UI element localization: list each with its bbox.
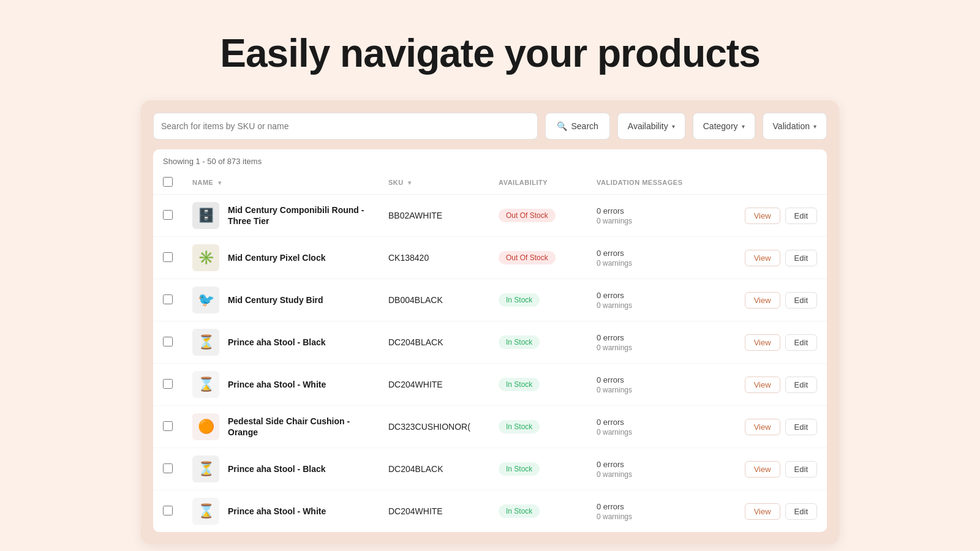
col-actions: [709, 171, 827, 195]
row-checkbox-cell: [153, 448, 183, 490]
product-thumbnail: ✳️: [192, 244, 219, 271]
availability-cell: In Stock: [489, 406, 587, 448]
row-checkbox-cell: [153, 364, 183, 406]
chevron-down-icon: ▾: [742, 123, 745, 130]
edit-button[interactable]: Edit: [785, 208, 817, 224]
errors-count: 0 errors: [597, 333, 699, 342]
product-name-text: Pedestal Side Chair Cushion - Orange: [228, 416, 369, 438]
edit-button[interactable]: Edit: [785, 250, 817, 266]
table-row: ✳️ Mid Century Pixel Clock CK138420 Out …: [153, 237, 827, 279]
product-name-cell: 🗄️ Mid Century Componibili Round - Three…: [183, 195, 379, 237]
row-checkbox-cell: [153, 321, 183, 364]
edit-button[interactable]: Edit: [785, 292, 817, 309]
table-header-row: NAME ▾ SKU ▾ AVAILABILITY VALIDATION MES…: [153, 171, 827, 195]
row-checkbox[interactable]: [163, 421, 173, 431]
sku-cell: CK138420: [379, 237, 489, 279]
product-name-cell: 🟠 Pedestal Side Chair Cushion - Orange: [183, 406, 379, 448]
warnings-count: 0 warnings: [597, 217, 699, 225]
table-row: 🗄️ Mid Century Componibili Round - Three…: [153, 195, 827, 237]
sku-cell: DC204BLACK: [379, 448, 489, 490]
view-button[interactable]: View: [745, 250, 780, 266]
product-name-text: Prince aha Stool - Black: [228, 337, 326, 348]
warnings-count: 0 warnings: [597, 343, 699, 352]
validation-cell: 0 errors 0 warnings: [587, 490, 709, 533]
warnings-count: 0 warnings: [597, 428, 699, 437]
availability-cell: Out Of Stock: [489, 195, 587, 237]
availability-cell: In Stock: [489, 321, 587, 364]
product-thumbnail: 🗄️: [192, 202, 219, 229]
search-button[interactable]: 🔍 Search: [545, 113, 609, 140]
view-button[interactable]: View: [745, 334, 780, 351]
product-thumbnail: ⌛: [192, 371, 219, 398]
table-row: 🟠 Pedestal Side Chair Cushion - Orange D…: [153, 406, 827, 448]
row-checkbox[interactable]: [163, 379, 173, 389]
availability-filter[interactable]: Availability ▾: [617, 113, 685, 140]
row-checkbox-cell: [153, 406, 183, 448]
search-icon: 🔍: [557, 121, 567, 131]
search-input[interactable]: [161, 121, 530, 131]
validation-cell: 0 errors 0 warnings: [587, 364, 709, 406]
toolbar: 🔍 Search Availability ▾ Category ▾ Valid…: [153, 113, 827, 140]
actions-cell: View Edit: [709, 195, 827, 237]
view-button[interactable]: View: [745, 503, 780, 520]
actions-cell: View Edit: [709, 448, 827, 490]
availability-badge: In Stock: [499, 420, 540, 433]
validation-filter[interactable]: Validation ▾: [763, 113, 827, 140]
row-checkbox-cell: [153, 195, 183, 237]
availability-badge: Out Of Stock: [499, 251, 556, 264]
errors-count: 0 errors: [597, 418, 699, 427]
edit-button[interactable]: Edit: [785, 419, 817, 435]
sort-arrow-icon: ▾: [408, 179, 412, 186]
actions-cell: View Edit: [709, 406, 827, 448]
edit-button[interactable]: Edit: [785, 461, 817, 478]
errors-count: 0 errors: [597, 249, 699, 258]
product-thumbnail: 🐦: [192, 287, 219, 313]
product-thumbnail: ⏳: [192, 329, 219, 356]
row-checkbox[interactable]: [163, 210, 173, 220]
availability-badge: In Stock: [499, 378, 540, 391]
product-name-text: Prince aha Stool - White: [228, 379, 326, 390]
row-checkbox[interactable]: [163, 506, 173, 515]
product-thumbnail: 🟠: [192, 413, 219, 440]
edit-button[interactable]: Edit: [785, 334, 817, 351]
row-checkbox[interactable]: [163, 252, 173, 262]
errors-count: 0 errors: [597, 502, 699, 511]
validation-cell: 0 errors 0 warnings: [587, 406, 709, 448]
warnings-count: 0 warnings: [597, 259, 699, 268]
row-checkbox[interactable]: [163, 337, 173, 347]
product-card: 🔍 Search Availability ▾ Category ▾ Valid…: [141, 100, 839, 544]
view-button[interactable]: View: [745, 419, 780, 435]
warnings-count: 0 warnings: [597, 301, 699, 310]
view-button[interactable]: View: [745, 208, 780, 224]
product-name-text: Mid Century Study Bird: [228, 294, 323, 305]
select-all-checkbox[interactable]: [163, 177, 173, 187]
view-button[interactable]: View: [745, 461, 780, 478]
product-name-cell: ⏳ Prince aha Stool - Black: [183, 321, 379, 364]
row-checkbox[interactable]: [163, 294, 173, 304]
table-row: ⏳ Prince aha Stool - Black DC204BLACK In…: [153, 321, 827, 364]
availability-cell: Out Of Stock: [489, 237, 587, 279]
view-button[interactable]: View: [745, 292, 780, 309]
row-checkbox-cell: [153, 279, 183, 321]
edit-button[interactable]: Edit: [785, 503, 817, 520]
col-sku: SKU ▾: [379, 171, 489, 195]
category-filter[interactable]: Category ▾: [693, 113, 755, 140]
actions-cell: View Edit: [709, 279, 827, 321]
warnings-count: 0 warnings: [597, 470, 699, 479]
warnings-count: 0 warnings: [597, 512, 699, 521]
actions-cell: View Edit: [709, 490, 827, 533]
sku-cell: DC204WHITE: [379, 490, 489, 533]
table-row: ⌛ Prince aha Stool - White DC204WHITE In…: [153, 490, 827, 533]
row-checkbox[interactable]: [163, 463, 173, 473]
page-title: Easily navigate your products: [220, 31, 760, 76]
product-name-text: Mid Century Pixel Clock: [228, 252, 325, 263]
edit-button[interactable]: Edit: [785, 377, 817, 393]
validation-cell: 0 errors 0 warnings: [587, 279, 709, 321]
availability-badge: Out Of Stock: [499, 209, 556, 222]
table-row: 🐦 Mid Century Study Bird DB004BLACK In S…: [153, 279, 827, 321]
product-name-cell: ✳️ Mid Century Pixel Clock: [183, 237, 379, 279]
view-button[interactable]: View: [745, 377, 780, 393]
product-name-cell: ⏳ Prince aha Stool - Black: [183, 448, 379, 490]
availability-cell: In Stock: [489, 448, 587, 490]
sku-cell: BB02AWHITE: [379, 195, 489, 237]
